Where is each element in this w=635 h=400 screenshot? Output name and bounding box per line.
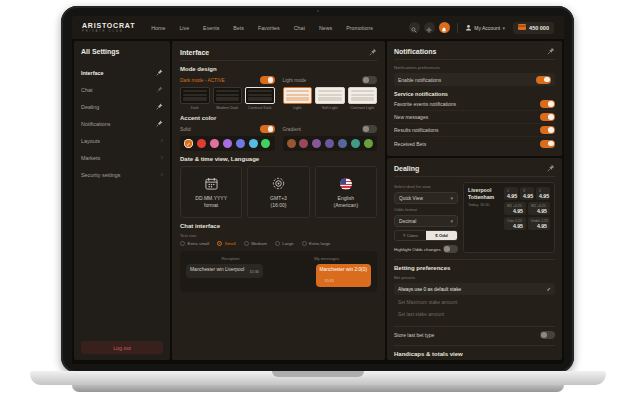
new-messages-toggle[interactable] (540, 113, 555, 121)
text-size-radios: Extra small Small Medium Large Extra lar… (180, 241, 377, 246)
radio-small[interactable]: Small (217, 241, 235, 246)
theme-thumb-light[interactable]: Light (283, 87, 313, 110)
favorite-events-toggle[interactable] (540, 100, 555, 108)
nav-divider (457, 23, 458, 33)
color-swatch[interactable] (210, 139, 219, 148)
color-swatch[interactable] (325, 139, 334, 148)
odds-cell-under[interactable]: Under 2.254.95 (528, 217, 550, 230)
pin-icon[interactable] (547, 164, 555, 172)
option-max-stake[interactable]: Set Maximum stake amount (394, 296, 555, 308)
odd-segment[interactable]: $ Odd (426, 231, 457, 240)
color-swatch[interactable] (197, 139, 206, 148)
color-swatch[interactable] (338, 139, 347, 148)
odds-format-select[interactable]: Decimal ▾ (394, 215, 458, 227)
nav-item-home[interactable]: Home (151, 25, 165, 31)
deal-view-select[interactable]: Quick View ▾ (394, 192, 458, 204)
theme-preview (315, 87, 345, 104)
color-swatch[interactable]: ✓ (184, 139, 193, 148)
odds-cell-2[interactable]: 24.95 (536, 187, 550, 200)
highlight-odds-toggle[interactable] (443, 245, 458, 253)
nav-item-promotions[interactable]: Promotions (346, 25, 373, 31)
pin-icon[interactable] (156, 120, 163, 127)
color-swatch[interactable] (236, 139, 245, 148)
radio-medium[interactable]: Medium (244, 241, 267, 246)
theme-thumb-contrast-light[interactable]: Contrast Light (348, 87, 378, 110)
logout-button[interactable]: Log out (81, 341, 163, 354)
nav-item-bets[interactable]: Bets (233, 25, 244, 31)
chat-bubble-outgoing: Manchester win 2:0(0) 15:31 (316, 264, 371, 287)
language-line2: (American) (334, 202, 358, 209)
odds-cell-w1[interactable]: W1 +0.254.95 (504, 202, 526, 215)
nav-item-events[interactable]: Events (203, 25, 219, 31)
nav-item-news[interactable]: News (319, 25, 332, 31)
gradient-accent-group: Gradient (283, 125, 378, 151)
nav-menu: Home Live Events Bets Favorites Chat New… (151, 25, 408, 31)
search-button[interactable] (409, 22, 420, 33)
nav-item-live[interactable]: Live (179, 25, 189, 31)
nav-item-chat[interactable]: Chat (294, 25, 305, 31)
gradient-toggle[interactable] (362, 125, 377, 133)
dark-mode-label: Dark mode - ACTIVE (180, 78, 225, 83)
results-notifications-toggle[interactable] (540, 126, 555, 134)
calendar-icon (205, 176, 218, 192)
date-format-card[interactable]: DD.MM.YYYY format (180, 166, 242, 218)
color-swatch[interactable] (312, 139, 321, 148)
theme-preview (348, 87, 378, 104)
settings-button[interactable] (424, 22, 435, 33)
sidebar-item-chat[interactable]: Chat (81, 81, 163, 98)
solid-toggle[interactable] (260, 125, 275, 133)
notifications-button[interactable] (439, 22, 450, 33)
account-menu[interactable]: My Account ▾ (465, 24, 505, 32)
pin-icon[interactable] (156, 103, 163, 110)
dark-mode-toggle[interactable] (260, 76, 275, 84)
color-swatch[interactable] (299, 139, 308, 148)
odds-cell-1[interactable]: 14.95 (504, 187, 518, 200)
color-swatch[interactable] (287, 139, 296, 148)
pin-icon[interactable] (156, 86, 163, 93)
option-default-stake[interactable]: Always use 0 as default stake ✓ (394, 283, 555, 295)
sidebar-item-interface[interactable]: Interface (81, 64, 163, 81)
radio-extra-large[interactable]: Extra large (302, 241, 331, 246)
handicaps-title: Handicaps & totals view (394, 351, 555, 357)
theme-thumb-soft-light[interactable]: Soft Light (315, 87, 345, 110)
color-swatch[interactable] (249, 139, 258, 148)
theme-thumb-contrast-dark[interactable]: Contrast Dark (245, 87, 275, 110)
color-swatch[interactable] (364, 139, 373, 148)
pin-icon[interactable] (156, 69, 163, 76)
sidebar-item-layouts[interactable]: Layouts › (81, 132, 163, 149)
sidebar-item-notifications[interactable]: Notifications (81, 115, 163, 132)
nav-item-favorites[interactable]: Favorites (258, 25, 280, 31)
pin-icon[interactable] (547, 47, 555, 55)
odds-cell-x[interactable]: X4.95 (520, 187, 534, 200)
sidebar-item-dealing[interactable]: Dealing (81, 98, 163, 115)
theme-thumb-dark[interactable]: Dark (180, 87, 210, 110)
option-last-stake[interactable]: Set last stake amount (394, 308, 555, 320)
timezone-card[interactable]: GMT+3 (16:00) (247, 166, 309, 218)
coins-segment[interactable]: ¥ Coins (395, 231, 426, 240)
dealing-panel: Dealing Select deal list view Quick View… (387, 158, 562, 360)
radio-extra-small[interactable]: Extra small (180, 241, 209, 246)
store-bet-type-row: Store last bet type (394, 331, 555, 339)
new-messages-row: New messages (394, 111, 555, 124)
interface-panel: Interface Mode design Dark mode - ACTIVE (172, 41, 385, 360)
odds-cell-over[interactable]: Over 2.254.95 (504, 217, 526, 230)
datetime-title: Date & time view, Language (180, 156, 377, 162)
radio-large[interactable]: Large (275, 241, 294, 246)
enable-notifications-toggle[interactable] (536, 76, 551, 84)
light-mode-toggle[interactable] (362, 76, 377, 84)
brand-logo[interactable]: ARISTOCRAT PRIVATE CLUB (82, 22, 135, 33)
pin-icon[interactable] (369, 48, 377, 56)
balance-pill[interactable]: 450 000 (513, 22, 554, 34)
odds-cell-w2[interactable]: W2 +0.254.95 (528, 202, 550, 215)
language-card[interactable]: English (American) (315, 166, 377, 218)
color-swatch[interactable] (351, 139, 360, 148)
gradient-swatches (283, 136, 378, 151)
store-bet-type-toggle[interactable] (540, 331, 555, 339)
sidebar-item-markets[interactable]: Markets › (81, 149, 163, 166)
theme-thumb-modern-dark[interactable]: Modern Dark (213, 87, 243, 110)
color-swatch[interactable] (261, 139, 270, 148)
sidebar-item-security-settings[interactable]: Security settings › (81, 166, 163, 183)
received-bets-row: Received Bets (394, 137, 555, 150)
color-swatch[interactable] (223, 139, 232, 148)
received-bets-toggle[interactable] (540, 140, 555, 148)
